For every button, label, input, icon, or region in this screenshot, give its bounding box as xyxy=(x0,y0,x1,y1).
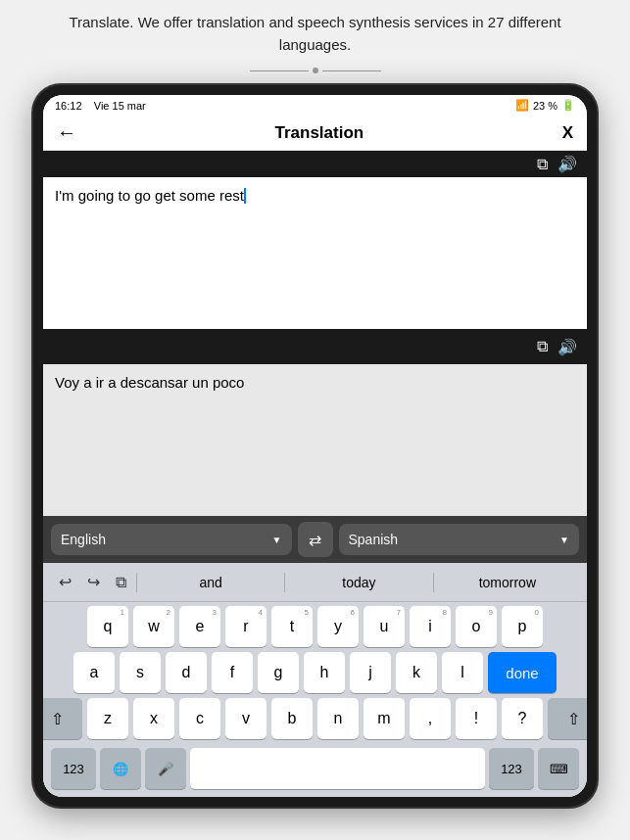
speaker-target-icon[interactable]: 🔊 xyxy=(557,338,577,356)
target-text-area: Voy a ir a descansar un poco xyxy=(43,364,587,516)
undo-button[interactable]: ↩ xyxy=(51,569,79,595)
key-z[interactable]: z xyxy=(87,698,128,739)
shift-button[interactable]: ⇧ xyxy=(43,698,82,739)
status-time-date: 16:12 Vie 15 mar xyxy=(55,100,146,112)
key-i[interactable]: 8i xyxy=(410,606,451,647)
battery-icon: 🔋 xyxy=(561,99,575,112)
key-r[interactable]: 4r xyxy=(225,606,267,647)
key-q[interactable]: 1q xyxy=(87,606,128,647)
key-y[interactable]: 6y xyxy=(317,606,359,647)
source-language-label: English xyxy=(61,532,106,547)
key-t[interactable]: 5t xyxy=(271,606,313,647)
source-toolbar: ⧉ 🔊 xyxy=(43,151,587,177)
key-p[interactable]: 0p xyxy=(502,606,543,647)
key-b[interactable]: b xyxy=(271,698,313,739)
redo-button[interactable]: ↪ xyxy=(79,569,108,595)
speaker-icon[interactable]: 🔊 xyxy=(557,155,577,173)
copy-icon[interactable]: ⧉ xyxy=(537,156,548,173)
suggest-word-tomorrow[interactable]: tomorrow xyxy=(436,571,579,594)
keyboard-bottom-row: 123 🌐 🎤 123 ⌨ xyxy=(45,744,585,793)
target-lang-chevron-icon: ▼ xyxy=(559,535,569,545)
back-button[interactable]: ← xyxy=(57,121,76,144)
key-v[interactable]: v xyxy=(225,698,267,739)
divider-dot xyxy=(313,68,318,73)
key-w[interactable]: 2w xyxy=(133,606,174,647)
source-text-content: I'm going to go get some rest xyxy=(55,187,244,204)
keyboard-suggestions-bar: ↩ ↪ ⧉ and today tomorrow xyxy=(43,563,587,602)
microphone-button[interactable]: 🎤 xyxy=(145,748,186,789)
key-j[interactable]: j xyxy=(350,652,391,693)
keyboard-hide-button[interactable]: ⌨ xyxy=(538,748,579,789)
key-e[interactable]: 3e xyxy=(179,606,220,647)
key-s[interactable]: s xyxy=(120,652,161,693)
key-a[interactable]: a xyxy=(73,652,115,693)
description-text: Translate. We offer translation and spee… xyxy=(31,12,600,56)
key-h[interactable]: h xyxy=(304,652,345,693)
key-x[interactable]: x xyxy=(133,698,174,739)
suggest-word-and[interactable]: and xyxy=(139,571,282,594)
shift-right-button[interactable]: ⇧ xyxy=(548,698,587,739)
divider xyxy=(250,68,381,73)
space-bar[interactable] xyxy=(190,748,485,789)
target-text-content: Voy a ir a descansar un poco xyxy=(55,374,244,391)
key-u[interactable]: 7u xyxy=(363,606,405,647)
target-language-label: Spanish xyxy=(349,532,399,547)
key-l[interactable]: l xyxy=(442,652,483,693)
battery-level: 23 % xyxy=(533,100,557,112)
key-m[interactable]: m xyxy=(363,698,405,739)
keyboard: 1q 2w 3e 4r 5t 6y 7u 8i 9o 0p a s d f g … xyxy=(43,602,587,797)
description-content: Translate. We offer translation and spee… xyxy=(69,14,560,53)
source-text-area[interactable]: I'm going to go get some rest xyxy=(43,177,587,329)
copy-target-icon[interactable]: ⧉ xyxy=(537,338,548,355)
suggest-word-today[interactable]: today xyxy=(287,571,430,594)
divider-line-left xyxy=(250,70,309,71)
target-language-select[interactable]: Spanish ▼ xyxy=(339,524,580,555)
key-d[interactable]: d xyxy=(166,652,207,693)
done-button[interactable]: done xyxy=(488,652,557,693)
status-date: Vie 15 mar xyxy=(94,100,146,112)
language-bar: English ▼ ⇄ Spanish ▼ xyxy=(43,516,587,563)
ipad-screen: 16:12 Vie 15 mar 📶 23 % 🔋 ← Translation … xyxy=(43,95,587,797)
source-lang-chevron-icon: ▼ xyxy=(272,535,282,545)
status-bar: 16:12 Vie 15 mar 📶 23 % 🔋 xyxy=(43,95,587,116)
key-g[interactable]: g xyxy=(258,652,299,693)
swap-languages-button[interactable]: ⇄ xyxy=(298,522,333,557)
key-n[interactable]: n xyxy=(317,698,359,739)
key-comma[interactable]: , xyxy=(410,698,451,739)
status-right: 📶 23 % 🔋 xyxy=(515,99,575,112)
keyboard-row-1: 1q 2w 3e 4r 5t 6y 7u 8i 9o 0p xyxy=(45,606,585,647)
ipad-frame: 16:12 Vie 15 mar 📶 23 % 🔋 ← Translation … xyxy=(33,85,597,807)
key-k[interactable]: k xyxy=(396,652,437,693)
numbers-right-button[interactable]: 123 xyxy=(489,748,534,789)
close-button[interactable]: X xyxy=(562,123,573,143)
suggest-divider-mid xyxy=(284,573,285,592)
status-time: 16:12 xyxy=(55,100,82,112)
text-cursor xyxy=(244,188,246,204)
key-exclamation[interactable]: ! xyxy=(456,698,497,739)
key-f[interactable]: f xyxy=(212,652,253,693)
source-language-select[interactable]: English ▼ xyxy=(51,524,292,555)
nav-title: Translation xyxy=(274,123,363,143)
copy-suggest-icon[interactable]: ⧉ xyxy=(108,570,134,595)
key-c[interactable]: c xyxy=(179,698,220,739)
suggest-divider-left xyxy=(136,573,137,592)
key-question[interactable]: ? xyxy=(502,698,543,739)
swap-icon: ⇄ xyxy=(309,531,321,549)
nav-bar: ← Translation X xyxy=(43,116,587,151)
wifi-icon: 📶 xyxy=(515,99,529,112)
numbers-button[interactable]: 123 xyxy=(51,748,96,789)
suggest-divider-right xyxy=(433,573,434,592)
globe-button[interactable]: 🌐 xyxy=(100,748,141,789)
keyboard-row-2: a s d f g h j k l done xyxy=(45,652,585,693)
divider-line-right xyxy=(322,70,381,71)
key-o[interactable]: 9o xyxy=(456,606,497,647)
target-toolbar: ⧉ 🔊 xyxy=(43,329,587,364)
keyboard-row-3: ⇧ z x c v b n m , ! ? ⇧ xyxy=(45,698,585,739)
